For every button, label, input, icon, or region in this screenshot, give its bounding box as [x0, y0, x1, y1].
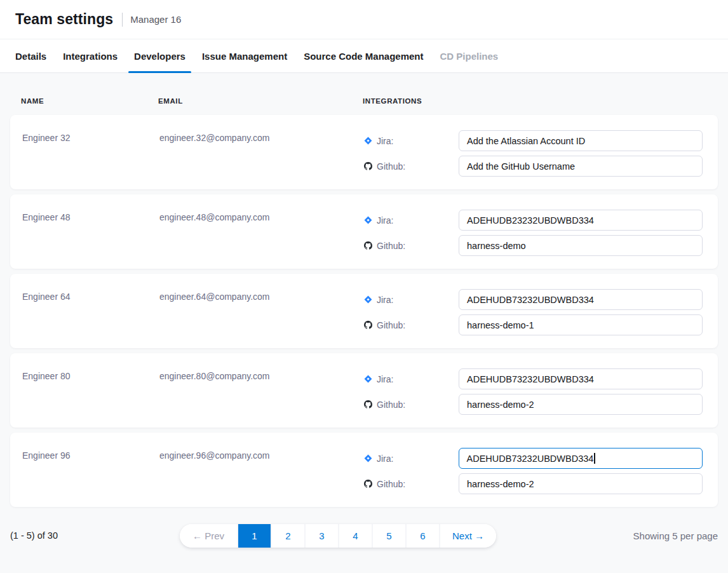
jira-label-group: Jira:	[364, 454, 459, 464]
jira-label: Jira:	[377, 215, 393, 226]
jira-label: Jira:	[377, 454, 393, 464]
jira-label-group: Jira:	[364, 136, 459, 146]
developer-name: Engineer 48	[22, 210, 159, 269]
jira-icon	[364, 137, 372, 145]
developer-name: Engineer 32	[22, 130, 159, 189]
jira-icon	[364, 375, 372, 383]
tab-cd-pipelines[interactable]: CD Pipelines	[440, 39, 499, 72]
jira-label: Jira:	[377, 295, 393, 305]
developer-name: Engineer 96	[22, 448, 159, 507]
jira-label-group: Jira:	[364, 215, 459, 226]
jira-account-id-input[interactable]: ADEHUDB73232UBDWBD334	[459, 368, 703, 389]
column-header-integrations: INTEGRATIONS	[363, 97, 718, 105]
github-username-input[interactable]: harness-demo-2	[459, 394, 703, 415]
developer-name: Engineer 80	[22, 368, 159, 428]
column-header-name: NAME	[21, 97, 158, 105]
tab-issue-management[interactable]: Issue Management	[202, 39, 287, 72]
developer-name: Engineer 64	[22, 289, 159, 348]
github-label: Github:	[377, 400, 405, 410]
github-integration-line: Github: harness-demo-1	[364, 314, 703, 335]
developer-integrations: Jira: ADEHUDB73232UBDWBD334 Github: harn…	[364, 368, 703, 428]
jira-icon	[364, 454, 372, 462]
pagination-range-text: (1 - 5) of 30	[10, 530, 58, 541]
tab-developers[interactable]: Developers	[134, 39, 185, 72]
github-integration-line: Github: harness-demo-2	[364, 473, 703, 494]
github-icon	[364, 162, 372, 170]
title-divider	[122, 13, 123, 27]
tab-details[interactable]: Details	[15, 39, 46, 72]
developer-integrations: Jira: Add the Atlassian Account ID Githu…	[364, 130, 703, 189]
github-integration-line: Github: Add the GitHub Username	[364, 156, 703, 177]
developer-email: engineer.48@company.com	[159, 210, 364, 269]
pagination-page-6[interactable]: 6	[405, 524, 439, 548]
jira-label-group: Jira:	[364, 374, 459, 384]
github-icon	[364, 241, 372, 250]
developer-integrations: Jira: ADEHUDB23232UBDWBD334 Github: harn…	[364, 210, 703, 269]
column-header-email: EMAIL	[158, 97, 363, 105]
developer-integrations: Jira: ADEHUDB73232UBDWBD334 Github: harn…	[364, 448, 703, 507]
developer-email: engineer.32@company.com	[159, 130, 364, 189]
developer-email: engineer.96@company.com	[159, 448, 364, 507]
tab-integrations[interactable]: Integrations	[63, 39, 118, 72]
developer-row: Engineer 48 engineer.48@company.com Jira…	[10, 194, 718, 269]
jira-integration-line: Jira: ADEHUDB73232UBDWBD334	[364, 368, 703, 389]
github-label-group: Github:	[364, 400, 459, 410]
github-label-group: Github:	[364, 479, 459, 489]
pagination-prev-button[interactable]: ← Prev	[180, 524, 237, 548]
jira-label-group: Jira:	[364, 295, 459, 305]
jira-integration-line: Jira: ADEHUDB73232UBDWBD334	[364, 289, 703, 310]
github-icon	[364, 480, 372, 488]
github-label-group: Github:	[364, 161, 459, 172]
jira-label: Jira:	[377, 136, 393, 146]
github-icon	[364, 321, 372, 329]
github-label: Github:	[377, 241, 405, 251]
github-label: Github:	[377, 320, 405, 330]
per-page-text: Showing 5 per page	[633, 530, 718, 541]
developer-rows: Engineer 32 engineer.32@company.com Jira…	[10, 115, 718, 507]
jira-account-id-input[interactable]: Add the Atlassian Account ID	[459, 130, 703, 151]
jira-icon	[364, 295, 372, 304]
developer-email: engineer.64@company.com	[159, 289, 364, 348]
page-subtitle: Manager 16	[130, 14, 181, 25]
github-integration-line: Github: harness-demo-2	[364, 394, 703, 415]
pagination-page-5[interactable]: 5	[372, 524, 405, 548]
github-label-group: Github:	[364, 241, 459, 251]
github-username-input[interactable]: harness-demo-2	[459, 473, 703, 494]
pager: ← Prev 123456Next →	[180, 524, 496, 548]
github-icon	[364, 400, 372, 408]
github-label-group: Github:	[364, 320, 459, 330]
developer-row: Engineer 64 engineer.64@company.com Jira…	[10, 274, 718, 348]
tab-bar: DetailsIntegrationsDevelopersIssue Manag…	[0, 39, 728, 73]
github-username-input[interactable]: harness-demo	[459, 235, 703, 256]
github-label: Github:	[377, 479, 405, 489]
developer-row: Engineer 80 engineer.80@company.com Jira…	[10, 353, 718, 428]
jira-icon	[364, 216, 372, 224]
developer-row: Engineer 32 engineer.32@company.com Jira…	[10, 115, 718, 189]
jira-label: Jira:	[377, 374, 393, 384]
pagination-page-3[interactable]: 3	[304, 524, 338, 548]
tab-source-code-management[interactable]: Source Code Management	[304, 39, 423, 72]
pagination-page-1[interactable]: 1	[237, 524, 271, 548]
github-username-input[interactable]: Add the GitHub Username	[459, 156, 703, 177]
table-column-headers: NAME EMAIL INTEGRATIONS	[10, 73, 718, 115]
text-cursor	[594, 453, 595, 464]
github-username-input[interactable]: harness-demo-1	[459, 314, 703, 335]
developers-panel: NAME EMAIL INTEGRATIONS Engineer 32 engi…	[0, 73, 728, 548]
page-title: Team settings	[15, 11, 113, 28]
github-integration-line: Github: harness-demo	[364, 235, 703, 256]
pagination-bar: (1 - 5) of 30 ← Prev 123456Next → Showin…	[10, 524, 718, 548]
jira-account-id-input[interactable]: ADEHUDB73232UBDWBD334	[459, 448, 703, 469]
jira-account-id-input[interactable]: ADEHUDB73232UBDWBD334	[459, 289, 703, 310]
jira-account-id-input[interactable]: ADEHUDB23232UBDWBD334	[459, 210, 703, 231]
page-header: Team settings Manager 16	[0, 0, 728, 39]
pagination-page-2[interactable]: 2	[271, 524, 304, 548]
developer-row: Engineer 96 engineer.96@company.com Jira…	[10, 433, 718, 507]
jira-integration-line: Jira: Add the Atlassian Account ID	[364, 130, 703, 151]
pagination-next-button[interactable]: Next →	[439, 524, 496, 548]
pagination-page-4[interactable]: 4	[338, 524, 372, 548]
developer-integrations: Jira: ADEHUDB73232UBDWBD334 Github: harn…	[364, 289, 703, 348]
github-label: Github:	[377, 161, 405, 172]
developer-email: engineer.80@company.com	[159, 368, 364, 428]
jira-integration-line: Jira: ADEHUDB73232UBDWBD334	[364, 448, 703, 469]
jira-integration-line: Jira: ADEHUDB23232UBDWBD334	[364, 210, 703, 231]
